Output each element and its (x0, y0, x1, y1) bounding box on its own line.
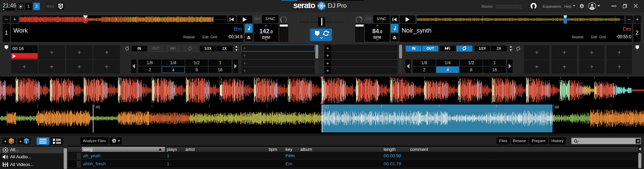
svg-text:s: s (26, 140, 27, 144)
